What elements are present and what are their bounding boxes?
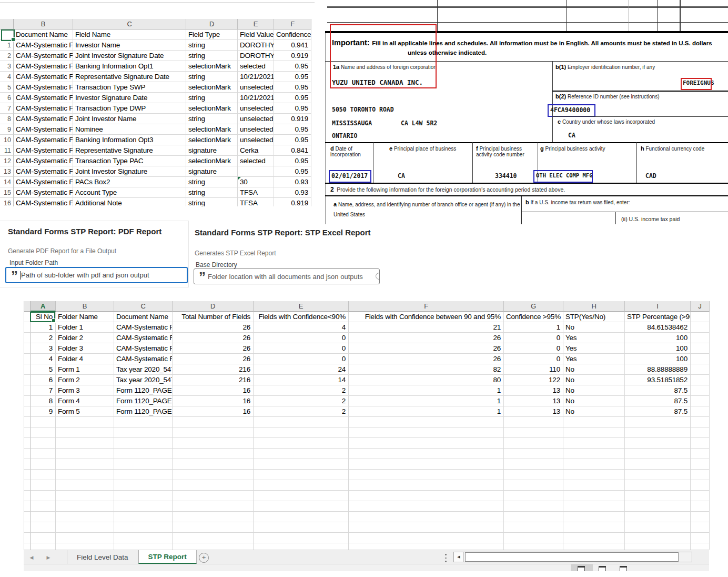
cell[interactable]: 1 — [349, 396, 504, 406]
cell[interactable] — [563, 543, 625, 550]
cell[interactable]: 14 — [254, 375, 349, 385]
cell[interactable] — [173, 512, 254, 522]
cell[interactable] — [563, 501, 625, 512]
cell[interactable]: Form 1120_PAGE 1 — [114, 406, 173, 417]
pdf-folder-path-input[interactable]: ” — [5, 267, 188, 283]
row-number[interactable] — [24, 501, 31, 512]
cell[interactable]: 13 — [504, 406, 563, 417]
cell[interactable]: 0 — [254, 343, 349, 354]
tab-scroll-left-icon[interactable]: ◀ — [26, 550, 37, 564]
cell[interactable] — [349, 501, 504, 512]
cell[interactable]: Fields with Confidence between 90 and 95… — [349, 312, 504, 322]
cell[interactable] — [114, 427, 173, 438]
cell[interactable]: 0 — [504, 333, 563, 343]
cell[interactable] — [504, 522, 563, 533]
cell[interactable] — [173, 470, 254, 480]
cell[interactable] — [31, 522, 56, 533]
cell[interactable] — [56, 470, 114, 480]
cell[interactable]: 0 — [254, 333, 349, 343]
row-number[interactable] — [24, 543, 31, 550]
cell[interactable] — [173, 427, 254, 438]
cell[interactable]: Yes — [563, 333, 625, 343]
cell[interactable]: 87.5 — [625, 385, 691, 396]
row-number[interactable] — [24, 470, 31, 480]
cell[interactable] — [254, 491, 349, 501]
cell[interactable] — [349, 438, 504, 449]
row-number[interactable] — [24, 354, 31, 364]
cell[interactable] — [254, 449, 349, 459]
cell[interactable] — [504, 438, 563, 449]
column-letter-C[interactable]: C — [114, 301, 173, 312]
cell[interactable]: Fields with Confidence<90% — [254, 312, 349, 322]
cell[interactable] — [254, 512, 349, 522]
cell[interactable]: Form 1120_PAGE 1 — [114, 396, 173, 406]
cell[interactable] — [691, 512, 710, 522]
cell[interactable]: 24 — [254, 364, 349, 375]
cell[interactable] — [114, 480, 173, 491]
cell[interactable]: 1 — [349, 385, 504, 396]
cell[interactable] — [31, 501, 56, 512]
base-directory-field[interactable] — [208, 273, 376, 281]
cell[interactable] — [31, 512, 56, 522]
cell[interactable]: 87.5 — [625, 406, 691, 417]
row-number[interactable] — [24, 449, 31, 459]
cell[interactable] — [114, 522, 173, 533]
sheet-tab-stp-report[interactable]: STP Report — [138, 550, 197, 564]
cell[interactable]: 16 — [173, 406, 254, 417]
cell[interactable] — [504, 543, 563, 550]
cell[interactable]: 100 — [625, 343, 691, 354]
cell[interactable] — [691, 343, 710, 354]
cell[interactable] — [504, 491, 563, 501]
cell[interactable] — [504, 459, 563, 470]
cell[interactable] — [31, 459, 56, 470]
cell[interactable] — [625, 449, 691, 459]
cell[interactable] — [114, 449, 173, 459]
row-number[interactable] — [24, 396, 31, 406]
cell[interactable]: Document Name — [114, 312, 173, 322]
row-number[interactable] — [24, 491, 31, 501]
cell[interactable] — [691, 438, 710, 449]
cell[interactable] — [31, 491, 56, 501]
cell[interactable]: 16 — [173, 396, 254, 406]
cell[interactable]: No — [563, 396, 625, 406]
cell[interactable] — [173, 533, 254, 543]
cell[interactable] — [504, 470, 563, 480]
cell[interactable]: 16 — [173, 385, 254, 396]
cell[interactable] — [504, 533, 563, 543]
cell[interactable] — [563, 533, 625, 543]
cell[interactable] — [691, 396, 710, 406]
column-letter-B[interactable]: B — [56, 301, 114, 312]
cell[interactable]: 26 — [173, 354, 254, 364]
cell[interactable] — [691, 375, 710, 385]
cell[interactable] — [173, 417, 254, 427]
cell[interactable] — [56, 438, 114, 449]
select-all-corner[interactable] — [24, 301, 31, 312]
cell[interactable] — [691, 427, 710, 438]
cell[interactable] — [349, 512, 504, 522]
cell[interactable] — [56, 480, 114, 491]
cell[interactable] — [349, 470, 504, 480]
row-number[interactable] — [24, 522, 31, 533]
cell[interactable] — [563, 480, 625, 491]
cell[interactable] — [349, 417, 504, 427]
cell[interactable] — [691, 522, 710, 533]
cell[interactable] — [563, 449, 625, 459]
cell[interactable]: 88.88888889 — [625, 364, 691, 375]
cell[interactable] — [254, 417, 349, 427]
cell[interactable]: 80 — [349, 375, 504, 385]
base-directory-input[interactable]: ” — [194, 268, 380, 284]
cell[interactable]: Folder 3 — [56, 343, 114, 354]
row-number[interactable] — [24, 406, 31, 417]
cell[interactable]: 9 — [31, 406, 56, 417]
cell[interactable] — [56, 533, 114, 543]
cell[interactable] — [114, 417, 173, 427]
cell[interactable]: Form 1120_PAGE 1 — [114, 385, 173, 396]
cell[interactable] — [625, 417, 691, 427]
cell[interactable] — [349, 491, 504, 501]
cell[interactable]: STP Percentage (>90) — [625, 312, 691, 322]
cell[interactable] — [114, 543, 173, 550]
cell[interactable]: CAM-Systematic F — [114, 343, 173, 354]
cell[interactable] — [31, 533, 56, 543]
column-letter-H[interactable]: H — [563, 301, 625, 312]
cell[interactable]: CAM-Systematic F — [114, 354, 173, 364]
